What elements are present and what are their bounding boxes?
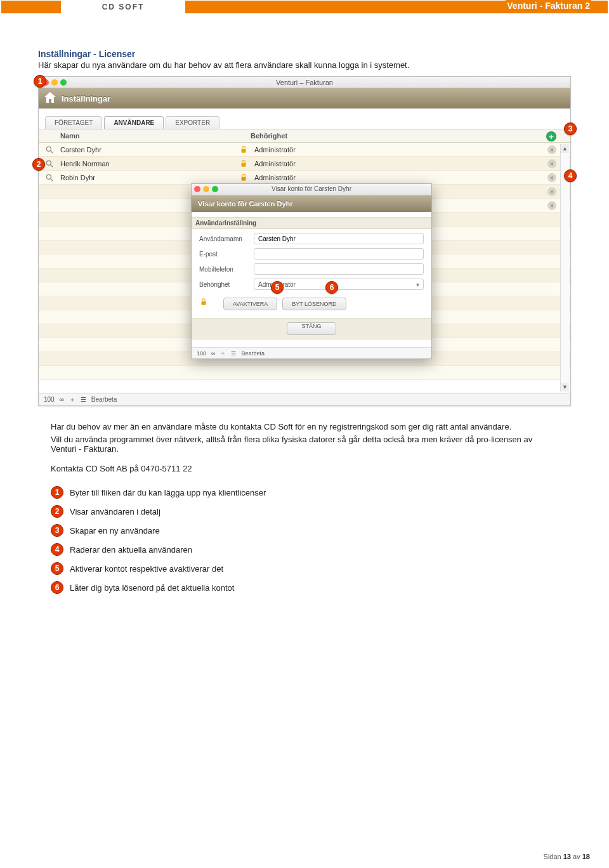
user-role: Administratör (239, 146, 570, 154)
svg-line-7 (51, 179, 53, 181)
callout-5: 5 (271, 281, 284, 294)
ribbon: Inställningar (39, 88, 570, 109)
table-row[interactable]: Carsten Dyhr Administratör × (39, 143, 570, 157)
tab-anvandare[interactable]: ANVÄNDARE (104, 116, 164, 129)
dialog-titlebar: Visar konto för Carsten Dyhr (192, 184, 431, 195)
legend-text-5: Aktiverar kontot respektive avaktiverar … (70, 564, 223, 574)
status-bearbeta: Bearbeta (91, 396, 117, 403)
svg-rect-9 (202, 301, 206, 305)
window-titlebar: Venturi – Fakturan (39, 77, 570, 88)
stang-button[interactable]: STÄNG (287, 322, 336, 335)
user-name: Henrik Norrman (60, 160, 239, 168)
legend-badge-5: 5 (51, 562, 63, 575)
legend-item: 1 Byter till fliken där du kan lägga upp… (51, 486, 558, 499)
actions-icon[interactable]: ☰ (81, 396, 86, 403)
svg-rect-5 (242, 163, 246, 167)
search-icon[interactable] (45, 173, 54, 182)
email-input[interactable] (254, 248, 424, 260)
actions-icon[interactable]: ☰ (231, 350, 236, 357)
dialog-title: Visar konto för Carsten Dyhr (192, 185, 431, 192)
legend-text-3: Skapar en ny användare (70, 526, 160, 536)
col-behorighet: Behörighet (251, 132, 570, 140)
col-namn: Namn (60, 132, 251, 140)
table-row[interactable]: Robin Dyhr Administratör × (39, 171, 570, 185)
legend-text-2: Visar användaren i detalj (70, 507, 160, 516)
app-window: 1 2 3 4 5 6 Venturi – Fakturan Inställni… (38, 76, 571, 406)
legend-badge-4: 4 (51, 543, 63, 556)
lock-icon (239, 159, 248, 168)
ribbon-title: Inställningar (62, 94, 110, 103)
lock-icon (199, 298, 208, 308)
dialog-ribbon: Visar konto för Carsten Dyhr (192, 195, 431, 212)
table-row[interactable]: Henrik Norrman Administratör × (39, 157, 570, 171)
user-name: Robin Dyhr (60, 174, 239, 181)
email-label: E-post (199, 251, 254, 258)
legend-text-1: Byter till fliken där du kan lägga upp n… (70, 488, 266, 497)
list-header: Namn Behörighet + (39, 129, 570, 143)
paragraph-1: Har du behov av mer än en användare måst… (51, 422, 558, 431)
dialog-section-caption: Användarinställning (192, 217, 431, 229)
delete-row-button[interactable]: × (547, 145, 556, 154)
svg-line-1 (51, 151, 53, 154)
username-label: Användarnamn (199, 235, 254, 242)
delete-row-button[interactable]: × (547, 187, 556, 196)
table-row: .. (39, 366, 570, 380)
legend-item: 6 Låter dig byta lösenord på det aktuell… (51, 581, 558, 594)
home-icon[interactable] (43, 90, 58, 105)
legend-list: 1 Byter till fliken där du kan lägga upp… (51, 486, 558, 594)
page-number: Sidan 13 av 18 (544, 853, 590, 860)
delete-row-button[interactable]: × (547, 159, 556, 168)
user-dialog: Visar konto för Carsten Dyhr Visar konto… (191, 183, 432, 359)
add-user-button[interactable]: + (546, 131, 556, 141)
logo-text: CD SOFT (102, 3, 145, 11)
scroll-down-icon[interactable]: ▼ (561, 383, 569, 391)
mobile-input[interactable] (254, 263, 424, 275)
mobile-label: Mobiltelefon (199, 266, 254, 273)
legend-item: 3 Skapar en ny användare (51, 524, 558, 537)
section-subtitle: Här skapar du nya användare om du har be… (38, 60, 571, 70)
delete-row-button[interactable]: × (547, 173, 556, 182)
scroll-up-icon[interactable]: ▲ (561, 144, 569, 153)
svg-rect-2 (242, 149, 246, 153)
delete-row-button[interactable]: × (547, 201, 556, 210)
legend-badge-6: 6 (51, 581, 63, 594)
plus-icon[interactable]: ＋ (69, 395, 75, 404)
tab-exporter[interactable]: EXPORTER (166, 116, 219, 129)
legend-badge-3: 3 (51, 524, 63, 537)
plus-icon[interactable]: ＋ (220, 349, 226, 357)
callout-3: 3 (564, 122, 577, 135)
callout-6: 6 (325, 281, 338, 294)
tab-foretaget[interactable]: FÖRETAGET (45, 116, 102, 129)
legend-item: 2 Visar användaren i detalj (51, 505, 558, 518)
search-icon[interactable] (45, 145, 54, 154)
svg-point-3 (46, 161, 51, 165)
dlg-status-bearbeta: Bearbeta (241, 350, 265, 357)
status-bar: 100 ∞ ＋ ☰ Bearbeta (39, 393, 570, 405)
svg-point-0 (46, 147, 51, 151)
svg-rect-8 (242, 177, 246, 181)
avaktivera-button[interactable]: AVAKTIVERA (223, 298, 277, 310)
lock-icon (239, 173, 248, 182)
callout-4: 4 (564, 169, 577, 182)
legend-text-6: Låter dig byta lösenord på det aktuella … (70, 583, 234, 593)
byt-losenord-button[interactable]: BYT LÖSENORD (282, 298, 346, 310)
user-role: Administratör (239, 160, 570, 168)
overflow-icon: ∞ (211, 350, 215, 357)
section-title: Inställningar - Licenser (38, 49, 571, 59)
legend-item: 4 Raderar den aktuella användaren (51, 543, 558, 556)
svg-point-6 (46, 174, 51, 179)
username-input[interactable] (254, 233, 424, 244)
logo: CD SOFT (60, 1, 187, 13)
status-count: 100 (44, 396, 55, 403)
page-header: CD SOFT Venturi - Fakturan 2 (0, 0, 609, 14)
paragraph-2: Vill du använda programmet över nätverk,… (51, 435, 558, 454)
user-role: Administratör (239, 174, 570, 181)
search-icon[interactable] (45, 159, 54, 168)
legend-item: 5 Aktiverar kontot respektive avaktivera… (51, 562, 558, 575)
legend-badge-2: 2 (51, 505, 63, 518)
doc-title: Venturi - Fakturan 2 (506, 0, 591, 12)
callout-1: 1 (34, 75, 46, 88)
tabs: FÖRETAGET ANVÄNDARE EXPORTER (39, 109, 570, 129)
user-name: Carsten Dyhr (60, 146, 239, 154)
lock-icon (239, 145, 248, 154)
